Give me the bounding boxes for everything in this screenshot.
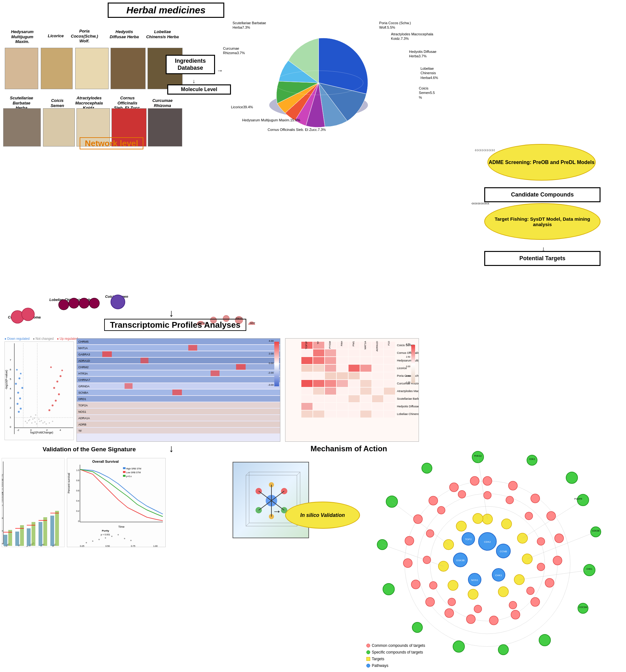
svg-rect-289 (313, 380, 324, 387)
svg-rect-361 (27, 528, 30, 546)
svg-rect-312 (301, 403, 312, 410)
svg-text:PDGFR: PDGFR (574, 498, 582, 500)
herb-label-coicis: CoicisSemen (43, 98, 72, 108)
svg-text:0: 0 (10, 426, 11, 428)
svg-point-190 (15, 383, 17, 385)
svg-rect-222 (77, 409, 280, 414)
pie-label-hedyotis: Hedyotis DiffusaeHerba3.7% (409, 49, 437, 58)
svg-text:45: 45 (2, 479, 3, 481)
svg-text:0: 0 (30, 429, 32, 432)
svg-point-458 (537, 563, 545, 571)
svg-rect-322 (325, 410, 336, 417)
svg-rect-300 (349, 388, 360, 394)
svg-rect-353 (3, 535, 7, 546)
svg-point-200 (60, 375, 62, 377)
pie-label-curcumae: CurcumaeRhizoma3.7% (223, 46, 245, 55)
arrow-adme: ‹‹‹‹‹‹‹‹‹‹‹‹ (475, 147, 495, 153)
svg-point-490 (539, 634, 551, 646)
svg-rect-283 (337, 372, 348, 379)
svg-rect-271 (384, 357, 395, 364)
svg-point-445 (445, 609, 454, 618)
svg-rect-290 (325, 380, 336, 387)
svg-rect-286 (372, 372, 383, 379)
svg-point-467 (458, 490, 466, 498)
herb-img-licorice (41, 48, 73, 89)
svg-text:0.00: 0.00 (269, 362, 274, 365)
svg-text:p = 0.001: p = 0.001 (101, 533, 110, 536)
svg-rect-323 (337, 410, 348, 417)
svg-text:1: 1 (10, 416, 11, 419)
svg-point-460 (509, 601, 517, 609)
svg-rect-338 (411, 345, 415, 383)
svg-point-497 (422, 463, 432, 473)
svg-rect-282 (325, 372, 336, 379)
svg-text:2: 2 (46, 429, 48, 432)
svg-point-80 (111, 295, 125, 309)
svg-point-479 (473, 513, 483, 524)
pie-label-coicis: CoicisSemen5.5% (419, 86, 435, 100)
svg-point-174 (29, 419, 30, 421)
svg-text:0.2: 0.2 (76, 510, 79, 512)
svg-rect-320 (301, 410, 312, 417)
svg-rect-293 (360, 380, 371, 387)
svg-rect-263 (384, 350, 395, 356)
svg-rect-205 (77, 345, 280, 351)
svg-point-402 (105, 537, 106, 538)
svg-text:9: 9 (2, 530, 3, 532)
svg-point-184 (18, 411, 20, 413)
svg-point-446 (425, 598, 435, 606)
svg-point-79 (89, 298, 99, 308)
svg-point-439 (553, 556, 562, 565)
svg-rect-216 (188, 345, 197, 351)
svg-rect-395 (123, 475, 125, 477)
svg-point-166 (34, 422, 36, 423)
svg-line-416 (246, 523, 249, 526)
svg-point-197 (58, 393, 60, 395)
svg-text:27: 27 (2, 504, 3, 506)
svg-rect-281 (313, 372, 324, 379)
svg-rect-217 (236, 364, 246, 370)
svg-rect-204 (77, 339, 280, 344)
svg-point-170 (26, 422, 28, 424)
svg-point-455 (506, 496, 513, 504)
svg-rect-305 (313, 395, 324, 402)
target-fishing-box: Target Fishing: SysDT Model, Data mining… (484, 203, 601, 240)
svg-point-196 (55, 400, 57, 402)
validation-label: Validation of the Gene Signature (2, 446, 177, 453)
svg-point-499 (527, 455, 537, 465)
svg-point-76 (59, 300, 69, 310)
svg-point-443 (489, 616, 498, 625)
svg-point-462 (448, 598, 456, 606)
svg-point-168 (36, 423, 37, 425)
pie-label-hedysarum: Hedysarum Multijugum Maxim.15.6% (242, 118, 300, 122)
svg-rect-366 (43, 517, 47, 546)
svg-point-451 (429, 496, 438, 505)
svg-rect-309 (360, 395, 371, 402)
svg-rect-277 (360, 365, 371, 372)
svg-text:CCNB: CCNB (500, 550, 507, 553)
svg-text:GSK3B: GSK3B (456, 559, 465, 562)
svg-point-399 (86, 542, 87, 543)
svg-rect-241 (274, 342, 279, 386)
legend-targets: Targets (366, 657, 425, 661)
svg-text:Transcripts Per Million (TPM): Transcripts Per Million (TPM) (2, 474, 3, 503)
svg-text:SCNBA: SCNBA (78, 391, 88, 394)
svg-point-195 (52, 405, 53, 406)
svg-point-440 (545, 578, 554, 587)
svg-text:CHK1: CHK1 (495, 574, 502, 577)
svg-point-183 (35, 414, 36, 416)
svg-point-435 (508, 481, 517, 490)
candidate-box: Candidate Compounds (484, 187, 601, 202)
svg-point-478 (456, 521, 466, 531)
svg-point-187 (19, 398, 21, 399)
svg-point-78 (79, 298, 89, 308)
svg-text:Purity: Purity (102, 529, 109, 532)
svg-point-449 (405, 536, 414, 545)
svg-rect-302 (372, 388, 383, 394)
svg-point-441 (531, 598, 540, 606)
svg-rect-279 (384, 365, 395, 372)
svg-rect-258 (325, 350, 336, 356)
svg-point-181 (52, 421, 53, 422)
svg-rect-215 (140, 358, 148, 363)
svg-rect-311 (384, 395, 395, 402)
